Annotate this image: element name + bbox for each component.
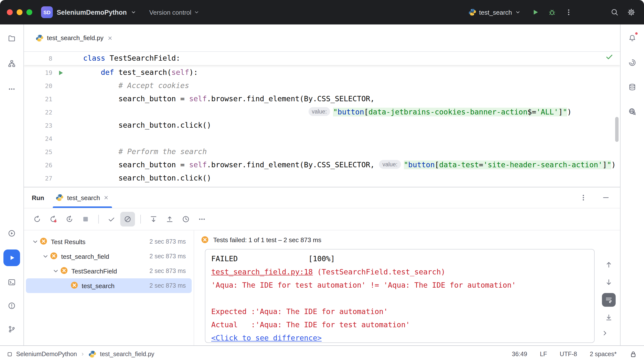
structure-tool-button[interactable] [4, 56, 19, 71]
code-line-19: 19 def test_search(self): [24, 66, 620, 79]
line-number: 24 [24, 132, 52, 145]
lock-icon[interactable] [629, 350, 637, 358]
expand-all-button[interactable] [146, 212, 161, 226]
database-tool-button[interactable] [625, 80, 640, 94]
left-tool-stripe [0, 25, 24, 345]
notifications-tool-button[interactable] [625, 31, 640, 46]
code-text: search_button = self.browser.find_elemen… [69, 93, 374, 106]
editor-tab[interactable]: test_search_field.py [31, 30, 118, 46]
search-icon [611, 8, 618, 16]
run-configuration-selector[interactable]: test_search [468, 8, 521, 16]
services-icon [8, 229, 16, 237]
python-icon [56, 194, 64, 202]
database-icon [628, 83, 636, 91]
chevron-right-icon [601, 329, 609, 337]
editor-scrollbar[interactable] [615, 117, 618, 142]
zoom-window-button[interactable] [26, 9, 32, 15]
toolbar-separator [98, 215, 99, 224]
run-tool-button[interactable] [4, 249, 20, 266]
tree-chevron-icon [42, 252, 50, 260]
vcs-widget[interactable]: Version control [150, 9, 200, 16]
tests-failed-summary: Tests failed: 1 of 1 test – 2 sec 873 ms [213, 236, 321, 243]
stop-icon [82, 215, 90, 223]
test-name: TestSearchField [72, 267, 117, 275]
run-button[interactable] [528, 6, 542, 19]
run-panel-options-button[interactable] [576, 190, 591, 205]
auto-test-button[interactable] [62, 212, 77, 226]
line-separator[interactable]: LF [540, 350, 547, 357]
code-editor[interactable]: 8 class TestSearchField: 19 def test_sea… [24, 52, 620, 187]
code-text: # Perform the search [69, 145, 207, 159]
test-tree-item[interactable]: test_search_field 2 sec 873 ms [26, 249, 192, 264]
code-text: search_button.click() [69, 119, 211, 132]
arrow-up-button[interactable] [602, 258, 616, 271]
test-tree-item[interactable]: test_search 2 sec 873 ms [26, 278, 192, 293]
hide-panel-button[interactable] [598, 190, 613, 205]
project-widget[interactable]: SD SeleniumDemoPython [41, 6, 137, 18]
settings-button[interactable] [624, 6, 638, 19]
pycharm-window: SD SeleniumDemoPython Version control te… [0, 0, 644, 362]
console-line: FAILED [100%] [211, 252, 588, 266]
services-tool-button[interactable] [4, 226, 19, 241]
file-encoding[interactable]: UTF-8 [560, 350, 577, 357]
search-everywhere-button[interactable] [608, 6, 622, 19]
stop-button[interactable] [78, 212, 93, 226]
test-tree-item[interactable]: Test Results 2 sec 873 ms [26, 234, 192, 249]
code-line-21: 21 search_button = self.browser.find_ele… [24, 93, 620, 106]
breadcrumb-project[interactable]: SeleniumDemoPython [16, 350, 77, 357]
rerun-failed-button[interactable] [46, 212, 61, 226]
console-output[interactable]: FAILED [100%]test_search_field.py:18 (Te… [205, 249, 594, 343]
project-icon [7, 351, 13, 357]
code-line-25: 25 # Perform the search [24, 145, 620, 159]
run-panel-tab[interactable]: test_search [54, 187, 111, 208]
collapse-all-button[interactable] [162, 212, 177, 226]
arrow-down-button[interactable] [602, 275, 616, 289]
show-ignored-button[interactable] [120, 212, 135, 226]
line-number: 27 [24, 172, 52, 185]
show-ignored-icon [124, 215, 132, 223]
collapse-node-icon[interactable] [31, 238, 40, 246]
code-line-20: 20 # Accept cookies [24, 79, 620, 93]
problems-tool-button[interactable] [4, 298, 19, 313]
see-difference-link[interactable]: <Click to see difference> [211, 334, 322, 342]
collapse-node-icon[interactable] [51, 267, 60, 275]
more-actions-button[interactable] [562, 6, 576, 19]
arrow-down-icon [605, 278, 613, 286]
tree-chevron-icon [31, 238, 39, 246]
auto-test-icon [66, 215, 73, 223]
sort-by-duration-button[interactable] [178, 212, 193, 226]
expand-console-button[interactable] [598, 326, 612, 340]
more-button[interactable] [194, 212, 209, 226]
notifications-icon [628, 34, 636, 42]
test-location-link[interactable]: test_search_field.py:18 [211, 268, 313, 276]
close-tab-icon[interactable] [107, 35, 113, 41]
close-window-button[interactable] [7, 9, 13, 15]
minimize-window-button[interactable] [17, 9, 22, 15]
code-line-23: 23 search_button.click() [24, 119, 620, 132]
cursor-position[interactable]: 36:49 [512, 350, 528, 357]
show-passed-button[interactable] [104, 212, 119, 226]
soft-wrap-icon [605, 296, 613, 304]
version-control-tool-button[interactable] [4, 322, 19, 336]
inspections-status-icon[interactable] [605, 52, 613, 65]
run-test-gutter-icon[interactable] [52, 66, 69, 79]
folder-tool-button[interactable] [4, 31, 19, 46]
collapse-node-icon[interactable] [41, 252, 50, 260]
indent-style[interactable]: 2 spaces* [590, 350, 616, 357]
soft-wrap-button[interactable] [602, 293, 616, 307]
test-toolbar [24, 208, 620, 230]
console-line: 'Aqua: The IDE for test automation' != '… [211, 279, 588, 292]
web-tool-button[interactable] [625, 104, 640, 119]
more-tool-button[interactable] [4, 82, 19, 96]
test-tree-item[interactable]: TestSearchField 2 sec 873 ms [26, 264, 192, 278]
terminal-tool-button[interactable] [4, 275, 19, 290]
rerun-button[interactable] [30, 212, 44, 226]
chevron-down-icon [515, 9, 521, 15]
console-line: Expected :'Aqua: The IDE for automation' [211, 305, 588, 318]
debug-button[interactable] [545, 6, 559, 19]
breadcrumb-file[interactable]: test_search_field.py [100, 350, 154, 357]
scroll-end-button[interactable] [602, 311, 616, 324]
close-tab-icon[interactable] [104, 195, 109, 201]
bug-icon [548, 8, 556, 16]
ai-assistant-tool-button[interactable] [625, 55, 640, 70]
